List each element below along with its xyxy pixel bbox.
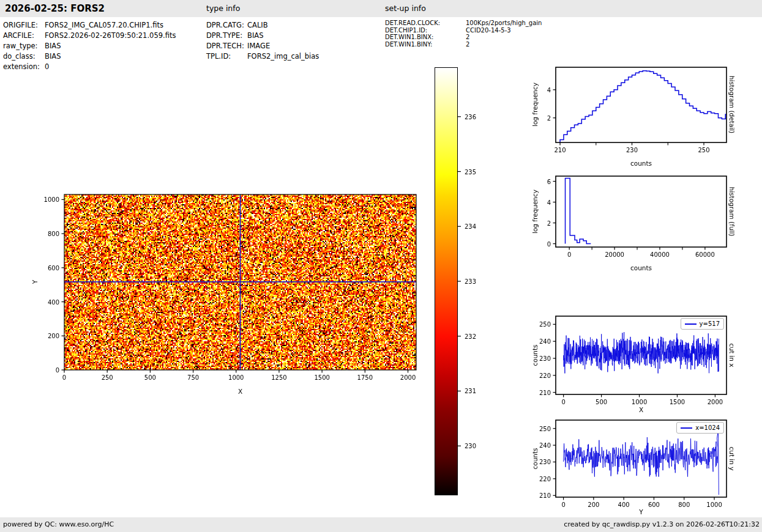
- legend-label: x=1024: [695, 424, 720, 431]
- field-value: BIAS: [45, 41, 61, 51]
- tick-label: 1250: [271, 374, 286, 381]
- tick-label: 220: [539, 475, 551, 482]
- tick-label: 4: [547, 199, 551, 205]
- footer-credit-left: powered by QC: www.eso.org/HC: [3, 517, 114, 532]
- field-label: DET.CHIP1.ID:: [385, 27, 466, 34]
- tick-label: 2000: [400, 374, 416, 381]
- tick-label: 200: [48, 333, 59, 339]
- cut-y-side-label: cut in y: [728, 446, 736, 470]
- tick-label: 236: [465, 113, 476, 120]
- setup-info-row: DET.WIN1.BINY:2: [385, 41, 542, 48]
- field-value: 2: [466, 34, 469, 41]
- field-value: 2: [466, 41, 469, 48]
- tick-label: 240: [539, 442, 551, 449]
- tick-label: 800: [48, 231, 59, 237]
- field-value: 0: [45, 62, 49, 72]
- tick-label: 240: [539, 338, 551, 345]
- tick-label: 230: [539, 355, 551, 362]
- type-info-row: DPR.TYPE:BIAS: [206, 31, 319, 41]
- hist-full-ylabel: log frequency: [531, 190, 539, 234]
- field-label: raw_type:: [3, 41, 45, 51]
- field-value: CALIB: [247, 20, 268, 31]
- tick-label: 600: [648, 501, 660, 508]
- field-value: BIAS: [45, 51, 61, 62]
- tick-label: 20000: [605, 251, 624, 258]
- tick-label: 233: [465, 278, 476, 285]
- tick-label: 250: [539, 425, 551, 432]
- tick-label: 0: [62, 374, 66, 381]
- qc-report-page: 2026-02-25: FORS2 type info set-up info …: [0, 0, 762, 532]
- tick-label: 200: [588, 501, 599, 508]
- cut-x-side-label: cut in x: [728, 343, 736, 367]
- tick-label: 250: [539, 321, 551, 328]
- field-value: CCID20-14-5-3: [466, 27, 511, 34]
- file-info-row: do_class:BIAS: [3, 51, 176, 62]
- tick-label: 400: [618, 501, 630, 508]
- file-info-row: ARCFILE:FORS2.2026-02-26T09:50:21.059.fi…: [3, 31, 176, 41]
- field-value: FORS2.2026-02-26T09:50:21.059.fits: [45, 31, 176, 41]
- file-info-row: raw_type:BIAS: [3, 41, 176, 51]
- tick-label: 60000: [695, 251, 715, 258]
- tick-label: 1500: [670, 399, 685, 405]
- tick-label: 250: [102, 374, 113, 381]
- tick-label: 230: [539, 459, 551, 465]
- field-label: DET.READ.CLOCK:: [385, 20, 466, 27]
- tick-label: 2000: [708, 399, 723, 405]
- file-info-row: ORIGFILE:FORS2_IMG_CAL057.20.CHIP1.fits: [3, 20, 176, 31]
- tick-label: 220: [539, 372, 551, 379]
- legend-line-sample: [685, 323, 697, 325]
- field-label: ARCFILE:: [3, 31, 45, 41]
- type-info-row: DPR.TECH:IMAGE: [206, 41, 319, 51]
- type-info-row: DPR.CATG:CALIB: [206, 20, 319, 31]
- tick-label: 1000: [632, 399, 647, 405]
- cut-x-xlabel: X: [556, 406, 727, 413]
- file-info-block: ORIGFILE:FORS2_IMG_CAL057.20.CHIP1.fits …: [3, 20, 176, 72]
- tick-label: 2: [547, 220, 551, 226]
- cut-y-ylabel: counts: [531, 448, 539, 469]
- field-label: DPR.TECH:: [206, 41, 247, 51]
- tick-label: 400: [48, 298, 59, 305]
- setup-info-block: DET.READ.CLOCK:100Kps/2ports/high_gain D…: [385, 20, 542, 48]
- section-setup-info: set-up info: [385, 0, 426, 17]
- tick-label: 500: [596, 399, 607, 405]
- field-label: do_class:: [3, 51, 45, 62]
- cut-x-ylabel: counts: [531, 344, 539, 366]
- legend-label: y=517: [700, 320, 720, 327]
- legend-line-sample: [681, 427, 692, 429]
- colorbar: [435, 67, 458, 495]
- raw-image-xlabel: X: [64, 388, 416, 395]
- tick-label: 6: [547, 178, 551, 185]
- raw-bias-image: [64, 194, 416, 370]
- file-info-row: extension:0: [3, 62, 176, 72]
- type-info-row: TPL.ID:FORS2_img_cal_bias: [206, 51, 319, 62]
- tick-label: 40000: [650, 251, 670, 258]
- tick-label: 0: [561, 501, 565, 508]
- tick-label: 0: [56, 367, 59, 374]
- tick-label: 1000: [706, 501, 722, 508]
- tick-label: 1000: [44, 196, 59, 203]
- tick-label: 231: [465, 388, 476, 394]
- tick-label: 500: [144, 374, 156, 381]
- field-label: extension:: [3, 62, 45, 72]
- field-label: DET.WIN1.BINX:: [385, 34, 466, 41]
- tick-label: 750: [187, 374, 199, 381]
- tick-label: 1750: [357, 374, 373, 381]
- tick-label: 4: [547, 86, 551, 93]
- header-bar: [0, 0, 762, 17]
- field-value: FORS2_IMG_CAL057.20.CHIP1.fits: [45, 20, 163, 31]
- page-title: 2026-02-25: FORS2: [5, 0, 105, 17]
- tick-label: 0: [561, 399, 565, 405]
- field-value: IMAGE: [247, 41, 270, 51]
- field-label: DPR.CATG:: [206, 20, 247, 31]
- setup-info-row: DET.READ.CLOCK:100Kps/2ports/high_gain: [385, 20, 542, 27]
- field-label: TPL.ID:: [206, 51, 247, 62]
- tick-label: 230: [465, 443, 476, 449]
- raw-image-ylabel: Y: [31, 280, 39, 284]
- hist-detail-xlabel: counts: [556, 160, 727, 167]
- cut-y-xlabel: Y: [556, 508, 727, 515]
- field-label: DPR.TYPE:: [206, 31, 247, 41]
- tick-label: 235: [465, 168, 476, 175]
- tick-label: 230: [626, 147, 638, 153]
- footer-credit-right: created by qc_rawdisp.py v1.2.3 on 2026-…: [564, 517, 760, 532]
- tick-label: 1500: [314, 374, 329, 381]
